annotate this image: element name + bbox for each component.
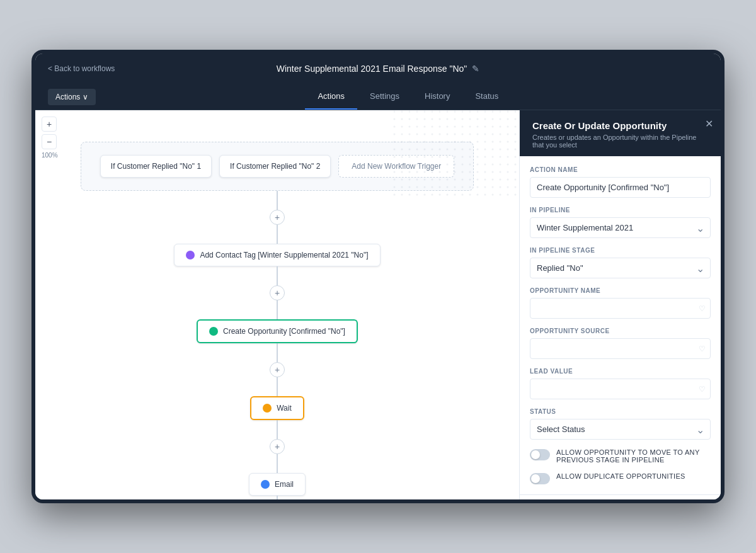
email-icon	[261, 480, 270, 489]
action-name-input[interactable]	[530, 177, 711, 198]
opportunity-source-input[interactable]	[530, 338, 711, 359]
opportunity-source-icon: ♡	[699, 345, 706, 353]
allow-duplicate-toggle[interactable]	[530, 473, 550, 484]
tag-icon	[186, 251, 195, 259]
lead-value-icon: ♡	[699, 385, 706, 394]
in-pipeline-select[interactable]: Winter Supplemental 2021	[530, 217, 711, 238]
panel-subtitle: Creates or updates an Opportunity within…	[532, 134, 708, 149]
add-node-button-2[interactable]: +	[270, 285, 285, 300]
connector-9	[277, 496, 278, 499]
canvas-controls: + − 100%	[42, 117, 58, 159]
allow-previous-stage-toggle-row: ALLOW OPPORTUNITY TO MOVE TO ANY PREVIOU…	[530, 448, 711, 464]
zoom-in-button[interactable]: +	[42, 117, 57, 132]
email-action-label: Email	[275, 480, 294, 489]
lead-value-label: LEAD VALUE	[530, 368, 711, 375]
tabs-row: Actions ∨ Actions Settings History Statu…	[35, 84, 721, 110]
wait-icon	[263, 404, 272, 413]
opportunity-name-field: OPPORTUNITY NAME ♡	[530, 287, 711, 319]
tab-settings[interactable]: Settings	[357, 84, 412, 110]
edit-title-icon[interactable]: ✎	[472, 64, 479, 74]
add-node-button-3[interactable]: +	[270, 362, 285, 377]
panel-title: Create Or Update Opportunity	[532, 120, 708, 131]
panel-body: ACTION NAME IN PIPELINE Winter Supplemen…	[520, 156, 721, 494]
action-name-field: ACTION NAME	[530, 166, 711, 198]
tag-action-node[interactable]: Add Contact Tag [Winter Supplemental 202…	[174, 244, 380, 266]
in-pipeline-label: IN PIPELINE	[530, 207, 711, 214]
allow-duplicate-label: ALLOW DUPLICATE OPPORTUNITIES	[556, 472, 685, 480]
in-pipeline-stage-select[interactable]: Replied "No"	[530, 258, 711, 278]
add-trigger-button[interactable]: Add New Workflow Trigger	[338, 155, 454, 178]
panel-footer: Delete Cancel Save Action	[520, 494, 721, 499]
opportunity-name-label: OPPORTUNITY NAME	[530, 287, 711, 294]
connector-5	[277, 343, 278, 362]
in-pipeline-stage-select-wrapper: Replied "No"	[530, 258, 711, 278]
back-link[interactable]: < Back to workflows	[48, 64, 115, 73]
opportunity-name-input-wrapper: ♡	[530, 298, 711, 319]
opportunity-name-input[interactable]	[530, 298, 711, 319]
tab-status[interactable]: Status	[462, 84, 511, 110]
connector-1	[277, 191, 278, 210]
connector-6	[277, 377, 278, 396]
connector-2	[277, 225, 278, 244]
workflow-area: If Customer Replied "No" 1 If Customer R…	[68, 123, 486, 499]
trigger-container: If Customer Replied "No" 1 If Customer R…	[81, 142, 474, 191]
lead-value-input[interactable]	[530, 379, 711, 399]
trigger-node-2[interactable]: If Customer Replied "No" 2	[219, 155, 331, 178]
workflow-canvas[interactable]: + − 100% If Customer Replied "No" 1 If C…	[35, 110, 519, 499]
opportunity-action-node[interactable]: Create Opportunity [Confirmed "No"]	[197, 319, 358, 343]
tag-action-label: Add Contact Tag [Winter Supplemental 202…	[200, 251, 368, 259]
allow-previous-stage-label: ALLOW OPPORTUNITY TO MOVE TO ANY PREVIOU…	[556, 448, 711, 464]
status-select-wrapper: Select Status	[530, 419, 711, 440]
connector-7	[277, 420, 278, 439]
allow-duplicate-toggle-row: ALLOW DUPLICATE OPPORTUNITIES	[530, 472, 711, 484]
right-panel: Create Or Update Opportunity Creates or …	[519, 110, 721, 499]
zoom-level: 100%	[42, 152, 58, 159]
in-pipeline-stage-label: IN PIPELINE STAGE	[530, 247, 711, 254]
action-name-label: ACTION NAME	[530, 166, 711, 173]
opportunity-name-icon: ♡	[699, 304, 706, 313]
allow-previous-stage-toggle[interactable]	[530, 449, 550, 460]
connector-3	[277, 266, 278, 285]
tab-history[interactable]: History	[412, 84, 462, 110]
lead-value-field: LEAD VALUE ♡	[530, 368, 711, 399]
wait-action-label: Wait	[277, 404, 292, 413]
add-node-button-4[interactable]: +	[270, 439, 285, 454]
opportunity-icon	[209, 327, 218, 336]
in-pipeline-select-wrapper: Winter Supplemental 2021	[530, 217, 711, 238]
connector-4	[277, 300, 278, 319]
main-content: + − 100% If Customer Replied "No" 1 If C…	[35, 110, 721, 499]
opportunity-source-input-wrapper: ♡	[530, 338, 711, 359]
status-select[interactable]: Select Status	[530, 419, 711, 440]
tabs-container: Actions Settings History Status	[108, 84, 708, 110]
in-pipeline-field: IN PIPELINE Winter Supplemental 2021	[530, 207, 711, 238]
in-pipeline-stage-field: IN PIPELINE STAGE Replied "No"	[530, 247, 711, 278]
connector-8	[277, 454, 278, 473]
trigger-node-1[interactable]: If Customer Replied "No" 1	[100, 155, 212, 178]
opportunity-source-field: OPPORTUNITY SOURCE ♡	[530, 328, 711, 359]
panel-header: Create Or Update Opportunity Creates or …	[520, 110, 721, 156]
wait-action-node[interactable]: Wait	[250, 396, 304, 420]
app-header: < Back to workflows Winter Supplemental …	[35, 54, 721, 84]
status-label: STATUS	[530, 408, 711, 415]
tab-actions[interactable]: Actions	[305, 84, 357, 110]
status-field: STATUS Select Status	[530, 408, 711, 440]
opportunity-action-label: Create Opportunity [Confirmed "No"]	[223, 327, 345, 336]
actions-dropdown-button[interactable]: Actions ∨	[48, 89, 96, 105]
panel-close-button[interactable]: ✕	[705, 118, 713, 130]
opportunity-source-label: OPPORTUNITY SOURCE	[530, 328, 711, 334]
lead-value-input-wrapper: ♡	[530, 379, 711, 399]
add-node-button-1[interactable]: +	[270, 210, 285, 225]
header-title: Winter Supplemental 2021 Email Response …	[277, 64, 480, 74]
zoom-out-button[interactable]: −	[42, 134, 57, 149]
email-action-node[interactable]: Email	[249, 473, 306, 496]
